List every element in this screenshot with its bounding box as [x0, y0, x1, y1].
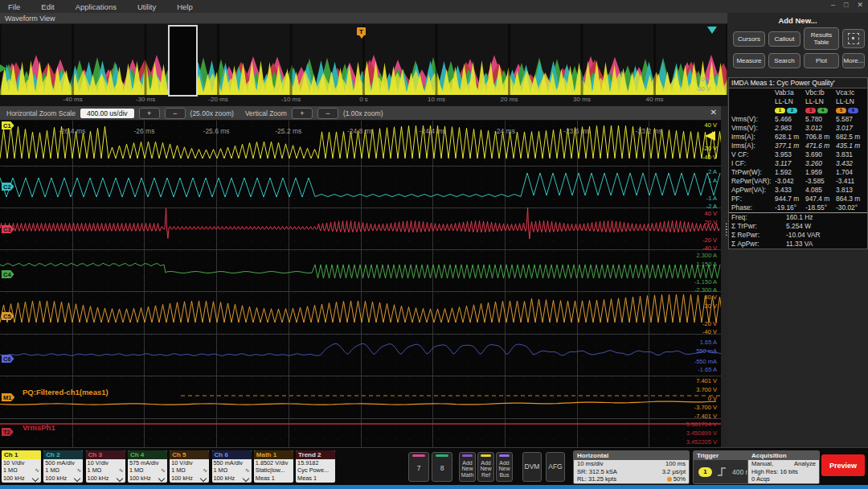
button-label: DVM [525, 453, 540, 481]
trigger-source-badge[interactable]: 1 [698, 467, 712, 477]
results-value: 5.466 [775, 115, 805, 124]
c3-scale-label: 40 V [705, 210, 717, 217]
acquisition-badge[interactable]: Acquisition Manual, Analyze High Res: 16… [747, 450, 820, 484]
preview-button[interactable]: Preview [821, 454, 865, 476]
results-value: -30.02° [836, 203, 866, 212]
badge-ch-6[interactable]: Ch 6550 mA/div1 MΩ∿100 kHz [212, 450, 252, 483]
table-drag-handle[interactable]: ⋮⋮ [723, 224, 731, 235]
badge-trend-2[interactable]: Trend 215.9182Cyc Powe...Meas 1 [296, 450, 335, 483]
menu-utility[interactable]: Utility [137, 2, 156, 11]
badge-ch-3[interactable]: Ch 310 V/div1 MΩ∿100 kHz [86, 450, 125, 483]
results-value: 3.433 [775, 186, 805, 195]
c5-scale-label: -40 V [702, 328, 717, 335]
add-callout-button[interactable]: Callout [768, 31, 800, 47]
c2-scale-label: -2 A [706, 203, 717, 210]
add-more--button[interactable]: More... [842, 53, 865, 68]
add-plot-button[interactable]: Plot [804, 53, 839, 68]
h-zoom-scale-input[interactable]: 400.00 us/div [80, 109, 134, 118]
results-row: Irms(A):628.1 m706.8 m682.5 m [729, 133, 867, 142]
horizontal-cell: 10 ms/div [577, 460, 604, 468]
add-cursors-button[interactable]: Cursors [733, 31, 765, 47]
badge-bandwidth: 100 kHz [3, 475, 39, 482]
badge-ch-5[interactable]: Ch 510 V/div1 MΩ∿100 kHz [170, 450, 209, 483]
button-8[interactable]: 8 [432, 452, 452, 482]
menu-edit[interactable]: Edit [41, 2, 54, 11]
c6-scale-label: -550 mA [694, 358, 717, 365]
summary-label: Σ ApPwr: [731, 240, 775, 249]
horizontal-row: SR: 312.5 kSA3.2 μs/pt [577, 468, 686, 476]
results-table[interactable]: IMDA Meas 1: Cyc Power Quality' Vab:IaVb… [728, 77, 868, 249]
overview-scale-label: -10 V [696, 76, 710, 83]
c5-scale-label: 20 V [705, 302, 717, 310]
badge-ch-2[interactable]: Ch 2500 mA/div1 MΩ∿100 kHz [43, 450, 83, 483]
button-7[interactable]: 7 [408, 452, 429, 482]
zoomed-waveform-view[interactable]: -26.4 ms-26 ms-25.6 ms-25.2 ms-24.8 ms-2… [0, 121, 721, 447]
trigger-position-marker[interactable]: T [357, 27, 366, 35]
trigger-level-arrow-icon[interactable] [705, 131, 715, 141]
badge-ch-4[interactable]: Ch 4575 mA/div1 MΩ∿100 kHz [128, 450, 167, 483]
menu-applications[interactable]: Applications [76, 2, 117, 11]
zoom-time-label: -23.6 ms [563, 127, 590, 135]
button-afg[interactable]: AFG [546, 452, 565, 482]
button-label: 7 [417, 457, 421, 481]
m1-waveform [0, 401, 716, 405]
c3-scale-label: -20 V [702, 236, 717, 244]
button-label: 8 [440, 457, 444, 481]
close-icon[interactable]: ✕ [857, 1, 863, 9]
badge-scale: 550 mA/div [214, 459, 250, 466]
badge-impedance: 1 MΩ∿ [45, 466, 81, 474]
add-search-button[interactable]: Search [768, 53, 800, 68]
zoom-selection-box[interactable] [168, 25, 198, 97]
results-row: I CF:3.1173.2603.432 [729, 159, 867, 168]
v-zoom-in-button[interactable]: + [292, 108, 313, 119]
results-sub-headers: LL-LNLL-LNLL-LN [729, 97, 867, 106]
badge-settings: 500 mA/div1 MΩ∿100 kHz [43, 459, 83, 482]
zoom-close-icon[interactable]: ✕ [710, 108, 717, 117]
add-results-table-button[interactable]: Results Table [804, 27, 839, 50]
cursor-marker-icon[interactable] [707, 27, 717, 34]
zoom-time-label: -24.8 ms [347, 127, 374, 135]
results-value: -3.585 [805, 177, 836, 186]
bandwidth-value: 100 kHz [45, 475, 67, 482]
button-label: Add New Bus [498, 457, 510, 481]
badge-settings: 575 mA/div1 MΩ∿100 kHz [128, 459, 167, 482]
badge-pair-cell: 12 [775, 106, 805, 115]
overview-record-view[interactable]: T -40 ms-30 ms-20 ms-10 ms0 s10 ms20 ms3… [0, 24, 727, 106]
results-column-label: Vbc:Ib [805, 88, 836, 97]
add-measure-button[interactable]: Measure [733, 53, 765, 68]
coupling-icon: ∿ [203, 466, 207, 474]
h-zoom-in-button[interactable]: + [139, 108, 160, 119]
maximize-icon[interactable]: □ [844, 1, 848, 9]
button-add-new-ref[interactable]: Add New Ref [477, 452, 494, 482]
overview-time-label: -30 ms [136, 96, 155, 103]
badge-ch-1[interactable]: Ch 110 V/div1 MΩ∿100 kHz [2, 450, 41, 483]
menu-file[interactable]: File [8, 2, 20, 11]
impedance-value: 1 MΩ [171, 466, 186, 474]
c1-scale-label: 40 V [705, 121, 717, 129]
coupling-icon: ∿ [161, 466, 166, 474]
zoom-time-label: -23.2 ms [636, 127, 662, 135]
selection-tool-button[interactable] [842, 29, 865, 48]
impedance-value: 1 MΩ [214, 466, 228, 474]
results-column-label: Vca:Ic [836, 88, 866, 97]
button-dvm[interactable]: DVM [522, 452, 542, 482]
v-zoom-out-button[interactable]: − [317, 108, 338, 119]
coupling-icon: ∿ [119, 466, 124, 474]
overview-time-label: -10 ms [281, 96, 301, 103]
horizontal-badge[interactable]: Horizontal 10 ms/div100 msSR: 312.5 kSA3… [573, 450, 690, 484]
badge-header: Ch 6 [212, 450, 252, 459]
results-value: 3.432 [836, 159, 866, 168]
button-add-new-bus[interactable]: Add New Bus [496, 452, 513, 482]
badge-line: Static|low... [256, 466, 292, 474]
t2-scale-label: 5.561714 V [686, 421, 717, 428]
minimize-icon[interactable]: – [831, 1, 835, 9]
h-zoom-out-button[interactable]: − [165, 108, 186, 119]
summary-label: Σ TrPwr: [731, 222, 775, 231]
badge-math-1[interactable]: Math 11.8502 V/divStatic|low...Meas 1 [254, 450, 293, 483]
menu-help[interactable]: Help [177, 2, 193, 11]
zoom-controls-bar: Horizontal Zoom Scale 400.00 us/div + − … [0, 106, 721, 121]
results-value: 944.7 m [775, 195, 805, 203]
m1-scale-label: -3.700 V [694, 404, 717, 411]
button-add-new-math[interactable]: Add New Math [459, 452, 476, 482]
results-row: Phase:-19.16°-18.55°-30.02° [729, 203, 867, 212]
